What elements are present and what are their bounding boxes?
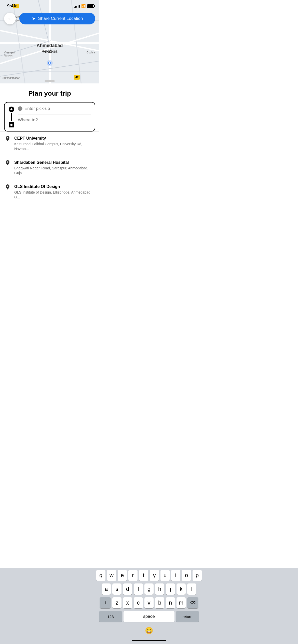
route-icons — [9, 106, 14, 127]
suggestion-address-1: Bhagwati Nagar, Road, Saraspur, Ahmedaba… — [14, 166, 94, 176]
back-arrow-icon: ← — [7, 16, 12, 22]
pickup-input[interactable] — [24, 106, 91, 111]
share-location-button[interactable]: ➤ Share Current Location — [19, 13, 95, 24]
suggestion-text-1: Shardaben General Hospital Bhagwati Naga… — [14, 160, 94, 176]
suggestion-item-1[interactable]: Shardaben General Hospital Bhagwati Naga… — [0, 156, 99, 180]
location-arrow-icon: ➤ — [32, 16, 36, 21]
suggestion-text-2: GLS Institute Of Design GLS Institute of… — [14, 184, 94, 200]
share-button-label: Share Current Location — [38, 16, 83, 21]
pickup-input-row — [18, 106, 91, 114]
suggestion-text-0: CEPT University Kasturbhai Lalbhai Campu… — [14, 136, 94, 152]
svg-text:Godhra: Godhra — [87, 51, 95, 54]
pin-icon-1 — [5, 160, 10, 166]
back-button[interactable]: ← — [4, 13, 16, 24]
battery-icon — [87, 4, 94, 8]
pull-handle — [45, 80, 55, 82]
destination-input-row — [18, 114, 91, 123]
suggestion-name-0: CEPT University — [14, 136, 94, 141]
suggestion-name-1: Shardaben General Hospital — [14, 160, 94, 165]
destination-input[interactable] — [18, 118, 91, 123]
svg-text:વિરમગામ: વિરમગામ — [4, 54, 12, 57]
svg-text:47: 47 — [75, 76, 78, 79]
destination-square-icon — [9, 122, 14, 127]
svg-point-30 — [49, 62, 50, 64]
suggestion-item-0[interactable]: CEPT University Kasturbhai Lalbhai Campu… — [0, 132, 99, 156]
plan-trip-title: Plan your trip — [0, 83, 99, 102]
svg-text:Viramgam: Viramgam — [4, 51, 15, 54]
suggestion-address-0: Kasturbhai Lalbhai Campus, University Rd… — [14, 142, 94, 152]
svg-text:Ahmedabad: Ahmedabad — [36, 43, 63, 48]
signal-icon — [74, 5, 80, 8]
suggestion-name-2: GLS Institute Of Design — [14, 184, 94, 189]
suggestion-item-2[interactable]: GLS Institute Of Design GLS Institute of… — [0, 180, 99, 204]
cursor-indicator — [18, 106, 22, 111]
status-time: 9:41 — [7, 4, 16, 9]
bottom-sheet: Plan your trip — [0, 83, 99, 215]
svg-text:અમદાવાદ: અમદાવાદ — [42, 49, 58, 54]
input-fields — [18, 106, 91, 127]
status-bar: 9:41 📶 — [0, 0, 99, 11]
pickup-circle-icon — [9, 107, 14, 112]
svg-text:Surendranagar: Surendranagar — [3, 77, 20, 79]
route-line — [11, 113, 12, 121]
wifi-icon: 📶 — [81, 4, 86, 8]
pin-icon-0 — [5, 136, 10, 141]
pin-icon-2 — [5, 185, 10, 190]
suggestion-address-2: GLS Institute of Design, Ellisbridge, Ah… — [14, 190, 94, 200]
trip-input-container — [4, 102, 95, 131]
status-icons: 📶 — [74, 4, 94, 8]
